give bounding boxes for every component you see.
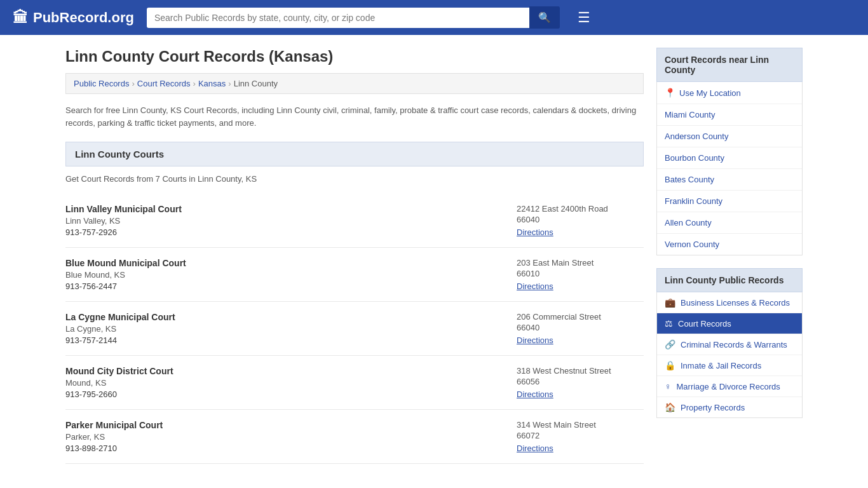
- court-city: La Cygne, KS: [65, 324, 504, 334]
- court-name: Linn Valley Municipal Court: [65, 204, 504, 214]
- county-label: Bates County: [665, 175, 714, 184]
- court-street: 203 East Main Street: [517, 258, 644, 268]
- court-entry: Blue Mound Municipal Court Blue Mound, K…: [65, 248, 644, 302]
- court-phone: 913-795-2660: [65, 390, 504, 399]
- record-label: Property Records: [681, 403, 745, 412]
- sidebar-records-section: Linn County Public Records 💼Business Lic…: [656, 268, 803, 418]
- site-header: 🏛 PubRecord.org 🔍 ☰: [0, 0, 868, 35]
- court-phone: 913-757-2926: [65, 227, 504, 237]
- search-input[interactable]: [147, 8, 529, 28]
- sidebar-records-item[interactable]: ♀Marriage & Divorce Records: [657, 376, 802, 397]
- court-zip: 66040: [517, 323, 644, 332]
- logo-icon: 🏛: [13, 9, 28, 27]
- court-address: 206 Commercial Street 66040 Directions: [517, 312, 644, 345]
- court-street: 22412 East 2400th Road: [517, 204, 644, 214]
- page-title: Linn County Court Records (Kansas): [65, 48, 644, 65]
- sidebar-records-item[interactable]: ⚖Court Records: [657, 313, 802, 334]
- sidebar-near-header: Court Records near Linn County: [656, 48, 803, 82]
- court-info: Linn Valley Municipal Court Linn Valley,…: [65, 204, 504, 237]
- sidebar-item-use-location[interactable]: 📍Use My Location: [657, 82, 802, 104]
- record-label: Criminal Records & Warrants: [681, 340, 787, 349]
- courts-list: Linn Valley Municipal Court Linn Valley,…: [65, 194, 644, 464]
- court-address: 203 East Main Street 66010 Directions: [517, 258, 644, 291]
- county-label: Miami County: [665, 110, 715, 119]
- county-label: Allen County: [665, 218, 712, 227]
- county-label: Franklin County: [665, 196, 722, 206]
- court-street: 314 West Main Street: [517, 420, 644, 430]
- court-phone: 913-898-2710: [65, 444, 504, 453]
- court-name: Blue Mound Municipal Court: [65, 258, 504, 268]
- record-label: Business Licenses & Records: [681, 298, 790, 308]
- search-button[interactable]: 🔍: [529, 6, 560, 29]
- directions-link[interactable]: Directions: [517, 390, 553, 399]
- record-icon: 💼: [665, 297, 675, 308]
- page-description: Search for free Linn County, KS Court Re…: [65, 104, 644, 129]
- sidebar-item-county[interactable]: Miami County: [657, 104, 802, 126]
- court-zip: 66056: [517, 377, 644, 386]
- record-icon: 🔗: [665, 339, 675, 349]
- court-phone: 913-757-2144: [65, 336, 504, 345]
- directions-link[interactable]: Directions: [517, 281, 553, 291]
- court-zip: 66040: [517, 215, 644, 224]
- sidebar-records-item[interactable]: 🏠Property Records: [657, 397, 802, 417]
- court-city: Linn Valley, KS: [65, 216, 504, 226]
- sidebar-item-county[interactable]: Franklin County: [657, 191, 802, 212]
- directions-link[interactable]: Directions: [517, 444, 553, 453]
- record-icon: ⚖: [665, 318, 673, 329]
- court-zip: 66072: [517, 431, 644, 440]
- sidebar-item-county[interactable]: Allen County: [657, 212, 802, 234]
- record-label: Inmate & Jail Records: [681, 361, 761, 370]
- court-entry: Linn Valley Municipal Court Linn Valley,…: [65, 194, 644, 248]
- logo-text: PubRecord.org: [33, 10, 134, 26]
- court-name: La Cygne Municipal Court: [65, 312, 504, 322]
- record-icon: ♀: [665, 381, 672, 391]
- court-street: 206 Commercial Street: [517, 312, 644, 322]
- court-entry: Parker Municipal Court Parker, KS 913-89…: [65, 410, 644, 464]
- use-location-label: Use My Location: [679, 88, 741, 98]
- court-info: Blue Mound Municipal Court Blue Mound, K…: [65, 258, 504, 291]
- sidebar-records-item[interactable]: 🔒Inmate & Jail Records: [657, 355, 802, 376]
- county-label: Anderson County: [665, 132, 728, 141]
- courts-section-header: Linn County Courts: [65, 142, 644, 166]
- sidebar-records-item[interactable]: 🔗Criminal Records & Warrants: [657, 334, 802, 355]
- sidebar-item-county[interactable]: Anderson County: [657, 126, 802, 147]
- court-phone: 913-756-2447: [65, 281, 504, 291]
- record-label: Marriage & Divorce Records: [677, 382, 780, 391]
- court-address: 314 West Main Street 66072 Directions: [517, 420, 644, 453]
- sidebar-item-county[interactable]: Bourbon County: [657, 147, 802, 169]
- main-container: Linn County Court Records (Kansas) Publi…: [53, 35, 815, 464]
- content-area: Linn County Court Records (Kansas) Publi…: [65, 48, 644, 464]
- sidebar-near-section: Court Records near Linn County 📍Use My L…: [656, 48, 803, 255]
- sidebar-records-header: Linn County Public Records: [656, 268, 803, 292]
- court-info: Mound City District Court Mound, KS 913-…: [65, 366, 504, 399]
- breadcrumb: Public Records › Court Records › Kansas …: [65, 73, 644, 94]
- courts-count: Get Court Records from 7 Courts in Linn …: [65, 174, 644, 184]
- directions-link[interactable]: Directions: [517, 336, 553, 345]
- court-zip: 66010: [517, 269, 644, 278]
- court-entry: Mound City District Court Mound, KS 913-…: [65, 356, 644, 410]
- location-icon: 📍: [665, 88, 675, 98]
- sidebar-item-county[interactable]: Vernon County: [657, 234, 802, 255]
- court-city: Parker, KS: [65, 432, 504, 442]
- directions-link[interactable]: Directions: [517, 227, 553, 237]
- court-entry: La Cygne Municipal Court La Cygne, KS 91…: [65, 302, 644, 356]
- court-info: La Cygne Municipal Court La Cygne, KS 91…: [65, 312, 504, 345]
- breadcrumb-kansas[interactable]: Kansas: [198, 79, 226, 88]
- court-name: Parker Municipal Court: [65, 420, 504, 430]
- county-label: Bourbon County: [665, 153, 724, 163]
- record-icon: 🏠: [665, 402, 675, 412]
- breadcrumb-public-records[interactable]: Public Records: [74, 79, 129, 88]
- court-street: 318 West Chestnut Street: [517, 366, 644, 376]
- court-name: Mound City District Court: [65, 366, 504, 376]
- menu-icon: ☰: [578, 10, 590, 25]
- breadcrumb-sep-1: ›: [132, 79, 134, 88]
- sidebar-records-item[interactable]: 💼Business Licenses & Records: [657, 292, 802, 313]
- court-address: 318 West Chestnut Street 66056 Direction…: [517, 366, 644, 399]
- breadcrumb-sep-3: ›: [228, 79, 231, 88]
- logo[interactable]: 🏛 PubRecord.org: [13, 9, 134, 27]
- menu-button[interactable]: ☰: [578, 10, 590, 26]
- breadcrumb-court-records[interactable]: Court Records: [137, 79, 191, 88]
- record-icon: 🔒: [665, 360, 675, 370]
- court-address: 22412 East 2400th Road 66040 Directions: [517, 204, 644, 237]
- sidebar-item-county[interactable]: Bates County: [657, 169, 802, 191]
